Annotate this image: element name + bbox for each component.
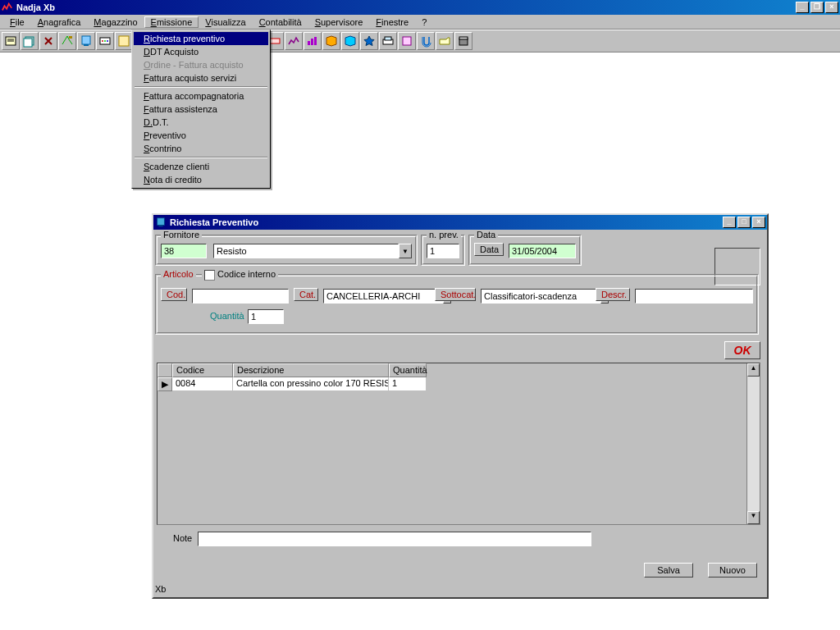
app-titlebar: Nadja Xb _ ❐ × — [0, 0, 840, 15]
articolo-legend: Articolo — [161, 269, 196, 279]
svg-rect-28 — [459, 37, 468, 39]
scroll-up-icon[interactable]: ▲ — [747, 363, 760, 377]
child-window: Richiesta Preventivo _ □ × Fornitore ▼ n… — [152, 213, 769, 599]
salva-button[interactable]: Salva — [644, 563, 693, 578]
tb-icon-4[interactable] — [58, 32, 76, 50]
grid-corner — [158, 363, 172, 377]
nuovo-button[interactable]: Nuovo — [708, 563, 757, 578]
dropdown-item[interactable]: Fattura assistenza — [134, 103, 268, 116]
quantita-input[interactable] — [248, 309, 284, 324]
ok-button[interactable]: OK — [724, 341, 760, 359]
descr-button[interactable]: Descr. — [596, 288, 630, 301]
note-input[interactable] — [198, 532, 591, 546]
dropdown-item[interactable]: Preventivo — [134, 129, 268, 142]
data-input[interactable] — [509, 244, 576, 258]
tb-icon-1[interactable] — [2, 32, 20, 50]
svg-rect-7 — [84, 44, 89, 46]
svg-rect-6 — [82, 36, 90, 44]
scroll-down-icon[interactable]: ▼ — [747, 511, 760, 524]
row-indicator-icon: ▶ — [158, 377, 172, 391]
svg-rect-21 — [308, 41, 310, 45]
tb-icon-22[interactable] — [398, 32, 416, 50]
menu-file[interactable]: File — [3, 16, 31, 28]
menu-visualizza[interactable]: Visualizza — [199, 16, 252, 28]
svg-rect-23 — [314, 37, 317, 45]
cell-quantita[interactable]: 1 — [389, 377, 427, 391]
note-label: Note — [173, 533, 192, 543]
tb-icon-20[interactable] — [360, 32, 378, 50]
tb-icon-24[interactable] — [436, 32, 454, 50]
grid-header-quantita[interactable]: Quantità — [389, 363, 427, 377]
descr-input[interactable] — [635, 289, 753, 304]
svg-rect-20 — [270, 39, 280, 43]
menu-anagrafica[interactable]: Anagrafica — [31, 16, 88, 28]
svg-rect-25 — [385, 37, 391, 40]
svg-rect-30 — [158, 226, 162, 227]
menu-contabilita[interactable]: Contabilità — [253, 16, 308, 28]
data-button[interactable]: Data — [474, 243, 504, 256]
restore-button[interactable]: ❐ — [810, 2, 824, 13]
cat-button[interactable]: Cat. — [294, 288, 318, 301]
cell-descrizione[interactable]: Cartella con pressino color 170 RESIS — [233, 377, 389, 391]
grid-vscrollbar[interactable]: ▲ ▼ — [746, 363, 760, 524]
grid-header-codice[interactable]: Codice — [172, 363, 233, 377]
menu-finestre[interactable]: Finestre — [369, 16, 415, 28]
close-button[interactable]: × — [825, 2, 838, 13]
table-row[interactable]: ▶ 0084 Cartella con pressino color 170 R… — [158, 377, 746, 391]
cod-button[interactable]: Cod. — [161, 288, 187, 301]
tb-icon-23[interactable] — [417, 32, 435, 50]
menu-help[interactable]: ? — [415, 16, 433, 28]
tb-icon-3[interactable] — [39, 32, 57, 50]
tb-icon-18[interactable] — [322, 32, 340, 50]
tb-icon-21[interactable] — [379, 32, 397, 50]
tb-icon-19[interactable] — [341, 32, 359, 50]
codice-interno-checkbox[interactable] — [204, 270, 215, 281]
cod-input[interactable] — [192, 289, 289, 304]
tb-icon-5[interactable] — [77, 32, 95, 50]
svg-rect-22 — [311, 39, 313, 45]
dropdown-item[interactable]: Scadenze clienti — [134, 160, 268, 173]
dropdown-item[interactable]: Fattura acquisto servizi — [134, 71, 268, 84]
nprev-input[interactable] — [427, 244, 459, 258]
items-grid: Codice Descrizione Quantità ▶ 0084 Carte… — [157, 363, 760, 525]
articolo-group: Articolo Codice interno Cod. Cat. ▼ Sott… — [155, 274, 759, 335]
child-maximize-button[interactable]: □ — [737, 217, 751, 228]
toolbar: E — [0, 30, 840, 52]
cell-codice[interactable]: 0084 — [172, 377, 233, 391]
fornitore-legend: Fornitore — [161, 230, 202, 240]
tb-icon-2[interactable] — [21, 32, 39, 50]
fornitore-code-input[interactable] — [161, 244, 207, 258]
child-minimize-button[interactable]: _ — [723, 217, 736, 228]
menubar: File Anagrafica Magazzino Emissione Visu… — [0, 15, 840, 30]
fornitore-name-combo[interactable] — [213, 244, 399, 258]
tb-icon-25[interactable] — [454, 32, 472, 50]
sottocat-button[interactable]: Sottocat. — [435, 288, 476, 301]
tb-icon-17[interactable] — [304, 32, 322, 50]
dropdown-item[interactable]: Scontrino — [134, 142, 268, 155]
child-title: Richiesta Preventivo — [170, 217, 723, 227]
menu-emissione[interactable]: Emissione — [144, 16, 199, 28]
svg-rect-29 — [158, 218, 165, 226]
svg-rect-5 — [69, 36, 72, 39]
data-group: Data Data — [468, 235, 582, 266]
dropdown-item[interactable]: Nota di credito — [134, 173, 268, 186]
app-title: Nadja Xb — [16, 2, 796, 12]
dropdown-item[interactable]: DDT Acquisto — [134, 45, 268, 58]
dropdown-item[interactable]: D.D.T. — [134, 116, 268, 129]
data-legend: Data — [474, 230, 498, 240]
sottocat-combo[interactable] — [481, 289, 600, 304]
emissione-dropdown: Richiesta preventivoDDT AcquistoOrdine -… — [131, 30, 271, 189]
tb-icon-7[interactable] — [115, 32, 133, 50]
grid-header-descrizione[interactable]: Descrizione — [233, 363, 389, 377]
fornitore-combo-button[interactable]: ▼ — [399, 244, 412, 258]
minimize-button[interactable]: _ — [796, 2, 809, 13]
child-icon — [155, 217, 167, 228]
tb-icon-6[interactable] — [96, 32, 114, 50]
cat-combo[interactable] — [323, 289, 443, 304]
dropdown-item[interactable]: Richiesta preventivo — [134, 32, 268, 45]
child-close-button[interactable]: × — [752, 217, 765, 228]
dropdown-item[interactable]: Fattura accompagnatoria — [134, 89, 268, 103]
tb-icon-16[interactable] — [285, 32, 303, 50]
menu-supervisore[interactable]: Supervisore — [308, 16, 370, 28]
menu-magazzino[interactable]: Magazzino — [87, 16, 144, 28]
